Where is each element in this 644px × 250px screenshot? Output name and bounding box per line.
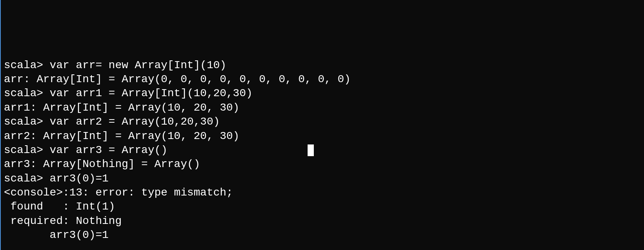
terminal-line: scala> var arr3 = Array() xyxy=(4,143,641,157)
terminal-line: found : Int(1) xyxy=(4,200,641,214)
terminal-line: arr1: Array[Int] = Array(10, 20, 30) xyxy=(4,101,641,115)
terminal-line: scala> var arr2 = Array(10,20,30) xyxy=(4,115,641,129)
terminal-line: arr3(0)=1 xyxy=(4,228,641,242)
terminal-line: scala> arr3(0)=1 xyxy=(4,172,641,186)
terminal-line: arr: Array[Int] = Array(0, 0, 0, 0, 0, 0… xyxy=(4,72,641,86)
terminal-line: <console>:13: error: type mismatch; xyxy=(4,186,641,200)
terminal-line: arr3: Array[Nothing] = Array() xyxy=(4,157,641,171)
terminal-line: arr2: Array[Int] = Array(10, 20, 30) xyxy=(4,129,641,143)
terminal-line: scala> var arr1 = Array[Int](10,20,30) xyxy=(4,86,641,100)
terminal-output[interactable]: scala> var arr= new Array[Int](10)arr: A… xyxy=(4,58,641,243)
terminal-line: required: Nothing xyxy=(4,214,641,228)
cursor-icon xyxy=(308,144,314,156)
terminal-line: scala> var arr= new Array[Int](10) xyxy=(4,58,641,72)
